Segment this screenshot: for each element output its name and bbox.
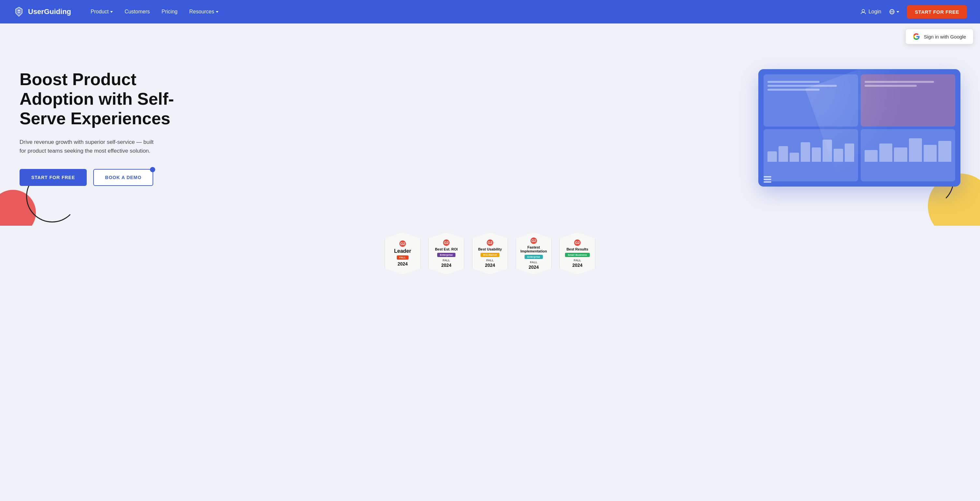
bar2-3 (894, 147, 907, 162)
badge-results-fall: FALL (574, 258, 581, 262)
bar2-5 (924, 145, 937, 162)
bar-5 (812, 147, 821, 162)
bar2-6 (938, 141, 951, 162)
nav-links: Product Customers Pricing Resources (91, 9, 860, 15)
dashboard-menu-icon (764, 176, 772, 183)
dashboard-cell-3 (764, 129, 858, 181)
resources-chevron-icon (216, 11, 218, 13)
nav-right: Login START FOR FREE (860, 5, 967, 19)
hero-dashboard-image (196, 69, 961, 187)
g2-icon-5: G2 (574, 239, 581, 246)
google-signin-label: Sign in with Google (924, 34, 966, 40)
badge-usability-title: Best Usability (478, 247, 502, 251)
logo-text: UserGuiding (28, 8, 71, 16)
badge-leader: G2 Leader FALL 2024 (385, 232, 420, 274)
logo[interactable]: UserGuiding (13, 6, 71, 18)
g2-icon-2: G2 (443, 239, 450, 246)
google-icon (913, 33, 920, 40)
svg-point-0 (862, 10, 865, 12)
badge-usability: G2 Best Usability Mid-Market FALL 2024 (472, 232, 508, 274)
badge-leader-title: Leader (394, 248, 411, 254)
bar-chart (767, 136, 854, 162)
product-chevron-icon (110, 11, 113, 13)
badge-roi-title: Best Est. ROI (435, 247, 458, 251)
badge-leader-subtitle: FALL (397, 255, 409, 260)
bar-3 (790, 153, 799, 162)
demo-button-dot (150, 167, 155, 172)
book-demo-button[interactable]: BOOK A DEMO (93, 169, 153, 186)
badge-leader-year: 2024 (398, 261, 407, 266)
nav-customers[interactable]: Customers (124, 9, 150, 15)
bar-1 (767, 152, 777, 162)
badge-results-title: Best Results (566, 247, 589, 251)
bar-8 (845, 144, 854, 162)
bar2-2 (879, 144, 892, 162)
bar-6 (822, 140, 832, 162)
badge-implementation-title: Fastest Implementation (519, 245, 549, 253)
globe-chevron-icon (897, 11, 899, 13)
dashboard-cell-1 (764, 74, 858, 126)
badge-usability-year: 2024 (485, 263, 495, 268)
globe-icon (889, 9, 895, 15)
g2-icon-3: G2 (487, 239, 493, 246)
bar2-4 (909, 138, 922, 162)
badges-section: G2 Leader FALL 2024 G2 Best Est. ROI Ent… (0, 226, 980, 294)
bar-7 (834, 149, 843, 162)
hero-content: Boost Product Adoption with Self-Serve E… (19, 70, 183, 186)
dashboard-cell-2 (861, 74, 955, 126)
google-signin-popup[interactable]: Sign in with Google (905, 29, 974, 45)
badge-roi: G2 Best Est. ROI Enterprise FALL 2024 (428, 232, 464, 274)
badge-usability-subtitle: Mid-Market (480, 253, 500, 257)
badge-roi-year: 2024 (441, 263, 451, 268)
badge-results-year: 2024 (572, 263, 582, 268)
badge-implementation-fall: FALL (530, 261, 538, 264)
badge-results-subtitle: Small Business (565, 253, 589, 257)
bar-chart-2 (865, 136, 951, 162)
dashboard-preview (758, 69, 961, 187)
bar-2 (778, 146, 788, 162)
nav-product[interactable]: Product (91, 9, 113, 15)
start-for-free-nav-button[interactable]: START FOR FREE (907, 5, 967, 19)
hero-title: Boost Product Adoption with Self-Serve E… (19, 70, 183, 128)
bar-4 (801, 142, 810, 162)
hero-buttons: START FOR FREE BOOK A DEMO (19, 169, 183, 186)
dashboard-cell-4 (861, 129, 955, 181)
hero-section: Boost Product Adoption with Self-Serve E… (0, 24, 980, 226)
nav-pricing[interactable]: Pricing (162, 9, 178, 15)
bar2-1 (865, 150, 878, 162)
badge-implementation-subtitle: Enterprise (525, 255, 543, 259)
start-for-free-hero-button[interactable]: START FOR FREE (19, 169, 87, 186)
badge-results: G2 Best Results Small Business FALL 2024 (560, 232, 595, 274)
g2-icon-4: G2 (530, 238, 537, 244)
language-selector[interactable] (889, 9, 899, 15)
badge-usability-fall: FALL (487, 258, 494, 262)
user-icon (860, 9, 866, 15)
badge-roi-subtitle: Enterprise (437, 253, 455, 257)
hero-subtitle: Drive revenue growth with superior self-… (19, 138, 156, 155)
badge-roi-fall: FALL (443, 258, 450, 262)
badge-implementation-year: 2024 (528, 265, 539, 270)
g2-icon-1: G2 (399, 240, 406, 247)
login-button[interactable]: Login (860, 9, 881, 15)
nav-resources[interactable]: Resources (189, 9, 218, 15)
navbar: UserGuiding Product Customers Pricing Re… (0, 0, 980, 24)
badge-implementation: G2 Fastest Implementation Enterprise FAL… (516, 232, 552, 274)
